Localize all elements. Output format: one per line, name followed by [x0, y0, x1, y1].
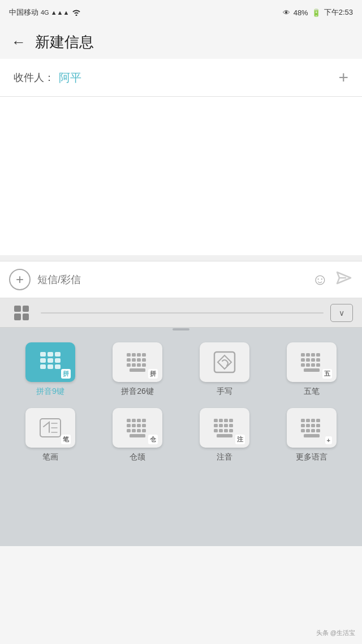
- ime-pinyin26-badge: 拼: [148, 369, 158, 379]
- ime-cangjie-badge: 仓: [148, 435, 158, 444]
- svg-rect-28: [316, 353, 320, 357]
- keyboard-grid-button[interactable]: [9, 302, 34, 324]
- svg-rect-73: [301, 429, 305, 432]
- svg-rect-11: [127, 353, 131, 357]
- input-method-grid: 拼 拼音9键: [11, 342, 351, 462]
- svg-rect-27: [311, 353, 315, 357]
- svg-rect-19: [127, 363, 131, 367]
- status-right: 👁 48% 🔋 下午2:53: [283, 7, 353, 18]
- message-input[interactable]: [37, 274, 305, 286]
- grid-icon: [14, 306, 29, 320]
- add-recipient-button[interactable]: +: [338, 69, 348, 86]
- ime-wubi-icon: 五: [287, 342, 337, 382]
- svg-rect-13: [137, 353, 141, 357]
- svg-rect-33: [301, 363, 305, 367]
- svg-rect-10: [55, 364, 61, 369]
- battery-icon: 🔋: [312, 8, 321, 17]
- svg-rect-36: [316, 363, 320, 367]
- svg-rect-6: [48, 358, 53, 363]
- time-display: 下午2:53: [324, 7, 353, 18]
- recipient-name[interactable]: 阿平: [59, 70, 338, 85]
- keyboard-toolbar: ∨: [0, 298, 362, 328]
- svg-rect-71: [311, 424, 315, 427]
- svg-rect-16: [132, 358, 136, 362]
- svg-rect-44: [132, 424, 136, 427]
- send-button[interactable]: [335, 270, 353, 289]
- svg-rect-40: [132, 419, 136, 422]
- svg-rect-75: [311, 429, 315, 432]
- wifi-icon: [71, 8, 81, 18]
- svg-rect-60: [214, 429, 218, 432]
- battery-percent: 48%: [294, 8, 308, 17]
- ime-pinyin9-icon: 拼: [25, 342, 75, 382]
- ime-cangjie[interactable]: 仓 仓颉: [98, 408, 176, 462]
- add-media-button[interactable]: +: [9, 269, 31, 290]
- back-button[interactable]: ←: [11, 33, 26, 51]
- svg-rect-58: [224, 424, 228, 427]
- svg-rect-46: [142, 424, 146, 427]
- svg-rect-21: [137, 363, 141, 367]
- svg-rect-31: [311, 358, 315, 362]
- svg-rect-41: [137, 419, 141, 422]
- message-body-area[interactable]: [0, 97, 362, 255]
- svg-rect-17: [137, 358, 141, 362]
- svg-rect-20: [132, 363, 136, 367]
- svg-rect-53: [219, 419, 223, 422]
- ime-cangjie-label: 仓颉: [130, 452, 145, 462]
- plus-icon: +: [16, 272, 24, 287]
- status-left: 中国移动 4G ▲▲▲: [9, 7, 81, 18]
- ime-wubi[interactable]: 五 五笔: [273, 342, 351, 397]
- svg-rect-76: [316, 429, 320, 432]
- svg-rect-55: [229, 419, 233, 422]
- ime-more[interactable]: + 更多语言: [273, 408, 351, 462]
- ime-pinyin26-icon: 拼: [113, 342, 162, 382]
- svg-rect-18: [142, 358, 146, 362]
- status-bar: 中国移动 4G ▲▲▲ 👁 48% 🔋 下午2:53: [0, 0, 362, 25]
- svg-rect-8: [40, 364, 46, 369]
- svg-rect-7: [55, 358, 61, 363]
- ime-pinyin26[interactable]: 拼 拼音26键: [98, 342, 176, 397]
- svg-rect-42: [142, 419, 146, 422]
- svg-rect-22: [142, 363, 146, 367]
- input-bar: + ☺: [0, 261, 362, 298]
- svg-rect-64: [217, 434, 232, 437]
- svg-rect-25: [301, 353, 305, 357]
- svg-rect-30: [306, 358, 310, 362]
- ime-more-icon: +: [287, 408, 337, 448]
- svg-rect-14: [142, 353, 146, 357]
- ime-handwrite[interactable]: 手写: [186, 342, 264, 397]
- svg-rect-49: [137, 429, 141, 432]
- svg-rect-47: [127, 429, 131, 432]
- ime-more-badge: +: [325, 436, 332, 444]
- ime-pinyin26-label: 拼音26键: [121, 387, 154, 397]
- carrier-text: 中国移动: [9, 7, 38, 18]
- ime-zhuyin[interactable]: 注 注音: [186, 408, 264, 462]
- svg-rect-5: [40, 358, 46, 363]
- svg-rect-56: [214, 424, 218, 427]
- svg-rect-74: [306, 429, 310, 432]
- svg-rect-61: [219, 429, 223, 432]
- ime-pinyin9-label: 拼音9键: [36, 387, 64, 397]
- keyboard-area: 拼 拼音9键: [0, 331, 362, 546]
- collapse-keyboard-button[interactable]: ∨: [330, 304, 353, 322]
- svg-rect-59: [229, 424, 233, 427]
- svg-rect-48: [132, 429, 136, 432]
- ime-handwrite-label: 手写: [217, 387, 232, 397]
- ime-bihua[interactable]: 笔 笔画: [11, 408, 89, 462]
- svg-rect-3: [48, 352, 53, 357]
- ime-bihua-icon: 笔: [25, 408, 75, 448]
- svg-rect-39: [127, 419, 131, 422]
- eye-icon: 👁: [283, 8, 290, 17]
- emoji-button[interactable]: ☺: [312, 271, 328, 289]
- ime-cangjie-icon: 仓: [113, 408, 162, 448]
- ime-pinyin9[interactable]: 拼 拼音9键: [11, 342, 89, 397]
- svg-rect-57: [219, 424, 223, 427]
- svg-rect-51: [130, 434, 145, 437]
- title-bar: ← 新建信息: [0, 25, 362, 59]
- recipient-area: 收件人： 阿平 +: [0, 59, 362, 97]
- svg-rect-29: [301, 358, 305, 362]
- recipient-label: 收件人：: [14, 71, 54, 84]
- ime-zhuyin-icon: 注: [200, 408, 249, 448]
- svg-rect-63: [229, 429, 233, 432]
- svg-rect-77: [304, 434, 320, 437]
